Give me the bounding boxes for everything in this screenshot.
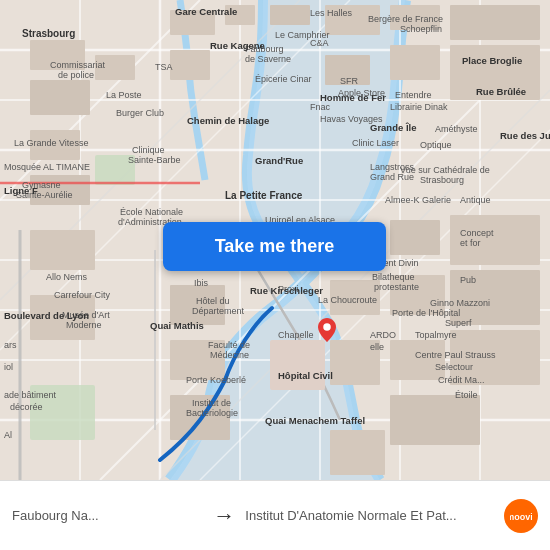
svg-rect-42	[30, 295, 95, 340]
svg-rect-38	[30, 230, 95, 270]
svg-rect-44	[330, 280, 380, 315]
svg-rect-54	[95, 155, 135, 185]
svg-rect-56	[270, 340, 325, 390]
svg-rect-55	[30, 385, 95, 440]
svg-point-58	[323, 323, 331, 331]
map-area[interactable]: Gare CentraleLes HallesStrasbourgFaubour…	[0, 0, 550, 480]
svg-rect-30	[270, 5, 310, 25]
moovit-logo: moovit	[504, 499, 538, 533]
svg-rect-52	[390, 395, 480, 445]
svg-rect-24	[95, 55, 135, 80]
route-to: Institut D'Anatomie Normale Et Pat...	[245, 508, 494, 523]
svg-rect-49	[330, 340, 380, 385]
svg-rect-32	[390, 5, 440, 30]
svg-rect-41	[450, 215, 540, 265]
svg-rect-34	[170, 50, 210, 80]
svg-rect-45	[390, 275, 445, 315]
svg-rect-33	[450, 5, 540, 40]
bottom-bar: Faubourg Na... → Institut D'Anatomie Nor…	[0, 480, 550, 550]
svg-rect-43	[170, 285, 225, 325]
svg-rect-37	[450, 45, 540, 100]
take-me-there-button[interactable]: Take me there	[163, 222, 386, 271]
svg-rect-36	[390, 45, 440, 80]
main-container: Gare CentraleLes HallesStrasbourgFaubour…	[0, 0, 550, 550]
svg-rect-29	[225, 5, 255, 25]
svg-text:moovit: moovit	[510, 512, 532, 522]
svg-rect-47	[170, 340, 225, 380]
svg-rect-31	[325, 5, 380, 35]
svg-rect-27	[30, 175, 90, 205]
svg-rect-28	[170, 10, 215, 35]
svg-rect-51	[450, 330, 540, 385]
svg-rect-50	[390, 340, 445, 380]
svg-rect-40	[390, 220, 440, 255]
svg-rect-23	[30, 40, 85, 70]
to-label: Institut D'Anatomie Normale Et Pat...	[245, 508, 494, 523]
svg-rect-46	[450, 270, 540, 325]
location-pin	[318, 318, 336, 342]
route-from: Faubourg Na...	[12, 508, 203, 523]
svg-rect-26	[30, 130, 80, 160]
svg-rect-25	[30, 80, 90, 115]
svg-rect-35	[325, 55, 370, 85]
moovit-icon: moovit	[504, 499, 538, 533]
from-label: Faubourg Na...	[12, 508, 203, 523]
svg-rect-53	[330, 430, 385, 475]
route-arrow-icon: →	[203, 503, 245, 529]
button-label: Take me there	[215, 236, 335, 257]
